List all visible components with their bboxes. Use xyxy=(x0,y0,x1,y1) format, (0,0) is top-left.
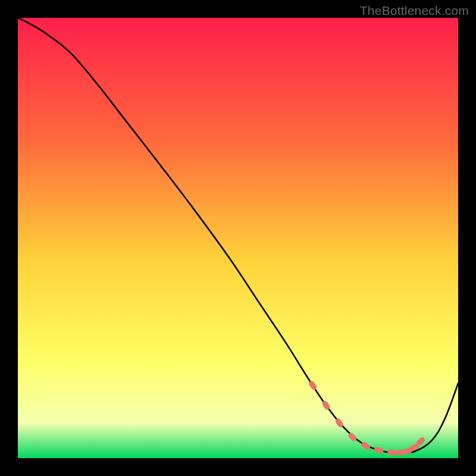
chart-svg xyxy=(18,18,458,458)
chart-frame: TheBottleneck.com xyxy=(0,0,476,476)
watermark-text: TheBottleneck.com xyxy=(360,4,469,18)
gradient-background xyxy=(18,18,458,458)
plot-area xyxy=(18,18,458,458)
